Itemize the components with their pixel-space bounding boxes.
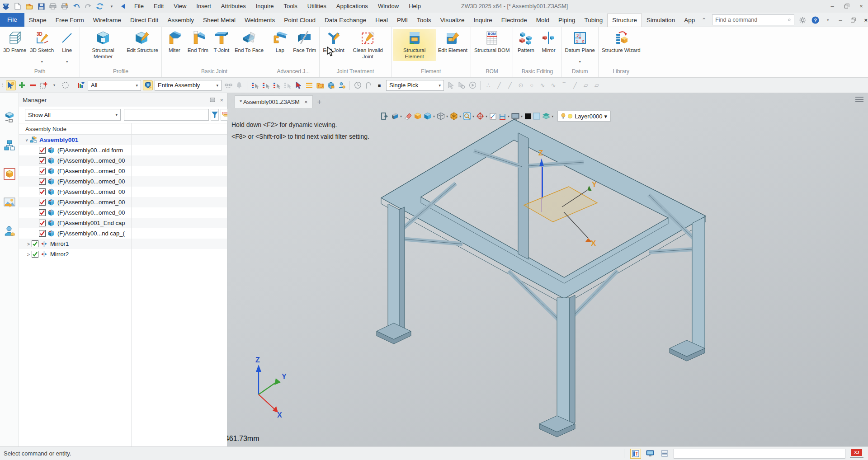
tab-point-cloud[interactable]: Point Cloud — [279, 14, 320, 27]
menu-insert[interactable]: Insert — [191, 0, 216, 13]
manager-search-input[interactable] — [124, 109, 209, 121]
edit-element-button[interactable]: Edit Element — [436, 29, 469, 61]
tree-node[interactable]: (F)Assembly0...ormed_00 — [19, 166, 227, 176]
regen-icon[interactable] — [94, 1, 105, 11]
compass-icon[interactable] — [353, 80, 363, 90]
node-checkbox[interactable] — [39, 230, 46, 237]
frame-model[interactable]: Z Y X Z Y X — [227, 108, 868, 446]
add-selection-icon[interactable] — [17, 80, 27, 90]
pattern-button[interactable]: Pattern — [514, 29, 537, 61]
close-button[interactable]: × — [857, 2, 865, 10]
pick-list-1-icon[interactable] — [250, 80, 260, 90]
folder-filter-icon[interactable] — [315, 80, 325, 90]
bell-icon[interactable] — [234, 80, 244, 90]
pick-list-3-icon[interactable] — [272, 80, 282, 90]
qa-dropdown-icon[interactable]: ▾ — [106, 1, 117, 11]
new-tab-button[interactable]: + — [313, 96, 326, 108]
undo-icon[interactable] — [71, 1, 82, 11]
edit-joint-button[interactable]: Edit Joint — [321, 29, 346, 61]
pick-cursor-icon[interactable] — [6, 80, 16, 90]
text-tool-toggle[interactable]: T — [630, 449, 641, 459]
node-checkbox[interactable] — [39, 168, 46, 174]
node-checkbox[interactable] — [39, 178, 46, 185]
node-checkbox[interactable] — [32, 251, 38, 258]
new-file-icon[interactable] — [12, 1, 23, 11]
manager-tab-visualize[interactable] — [3, 196, 16, 209]
node-checkbox[interactable] — [32, 240, 38, 247]
pick-list-4-icon[interactable] — [283, 80, 292, 90]
find-command-box[interactable] — [712, 14, 794, 25]
node-checkbox[interactable] — [39, 199, 46, 206]
tree-node[interactable]: (F)Assembly0...ormed_00 — [19, 207, 227, 218]
mirror-expander-icon[interactable]: > — [25, 241, 32, 247]
snap-endpoint-icon[interactable]: ╱ — [570, 80, 580, 90]
scope-icon[interactable] — [143, 80, 153, 90]
tab-file[interactable]: File — [0, 13, 24, 27]
clean-invalid-joint-button[interactable]: Clean Invalid Joint — [346, 29, 390, 61]
tab-structure[interactable]: Structure — [607, 14, 642, 27]
tab-pmi[interactable]: PMI — [392, 14, 412, 27]
manager-tab-assembly[interactable] — [3, 110, 16, 124]
face-trim-button[interactable]: Face Trim — [291, 29, 318, 61]
plot-icon[interactable] — [59, 1, 70, 11]
settings-gear-icon[interactable] — [798, 15, 807, 24]
doc-minimize-button[interactable]: – — [836, 15, 845, 24]
3d-sketch-button[interactable]: 3D 3D Sketch ▾ — [28, 29, 56, 65]
tab-shape[interactable]: Shape — [24, 14, 51, 27]
tree-root-node[interactable]: ∨ Assembly001 — [19, 135, 227, 145]
tab-free-form[interactable]: Free Form — [51, 14, 89, 27]
tree-node[interactable]: (F)Assembly0...ormed_00 — [19, 176, 227, 187]
document-tab[interactable]: * Assembly001.Z3ASM × — [235, 95, 313, 108]
3d-sketch-caret-icon[interactable]: ▾ — [41, 60, 43, 64]
monitor-toggle[interactable] — [645, 449, 656, 459]
open-file-icon[interactable] — [24, 1, 35, 11]
box-select-caret-icon[interactable]: ▾ — [49, 80, 59, 90]
tab-piping[interactable]: Piping — [554, 14, 580, 27]
document-toggle[interactable] — [659, 449, 670, 459]
tree-node-mirror[interactable]: > Mirror2 — [19, 249, 227, 259]
doc-close-button[interactable]: × — [861, 15, 868, 24]
status-input[interactable] — [674, 449, 845, 459]
show-filter-combo[interactable]: Show All ▾ — [25, 109, 121, 121]
3d-frame-button[interactable]: 3D Frame — [1, 29, 28, 61]
tree-node[interactable]: (F)Assembly0...ormed_00 — [19, 197, 227, 207]
lap-button[interactable]: Lap — [269, 29, 291, 61]
end-trim-button[interactable]: End Trim — [186, 29, 210, 61]
root-expander-icon[interactable]: ∨ — [24, 138, 30, 142]
snap-face2-icon[interactable]: ▱ — [592, 80, 602, 90]
tab-heal[interactable]: Heal — [371, 14, 392, 27]
pick-list-2-icon[interactable] — [261, 80, 271, 90]
tab-close-icon[interactable]: × — [304, 99, 308, 105]
tree-filter-button[interactable] — [211, 109, 219, 121]
globe-icon[interactable] — [326, 80, 336, 90]
tab-simulation[interactable]: Simulation — [642, 14, 679, 27]
tree-column-header[interactable]: Assembly Node — [19, 123, 227, 135]
menu-file[interactable]: File — [129, 0, 149, 13]
node-checkbox[interactable] — [39, 209, 46, 216]
tab-mold[interactable]: Mold — [532, 14, 554, 27]
tab-weldments[interactable]: Weldments — [240, 14, 279, 27]
remove-selection-icon[interactable] — [28, 80, 38, 90]
tab-electrode[interactable]: Electrode — [497, 14, 532, 27]
doc-restore-button[interactable] — [849, 15, 858, 24]
play-filter-icon[interactable] — [467, 80, 477, 90]
viewport[interactable]: * Assembly001.Z3ASM × + ▾ ▾ ▾ ▾ — [227, 93, 868, 446]
back-icon[interactable] — [118, 1, 129, 11]
save-icon[interactable] — [36, 1, 47, 11]
tab-tubing[interactable]: Tubing — [580, 14, 608, 27]
miter-button[interactable]: Miter — [163, 29, 186, 61]
snap-spline-icon[interactable]: ∿ — [538, 80, 547, 90]
node-checkbox[interactable] — [39, 220, 46, 226]
snap-points-icon[interactable]: ∴ — [483, 80, 493, 90]
manager-tab-history[interactable] — [3, 139, 16, 152]
node-checkbox[interactable] — [39, 188, 46, 195]
tree-node-mirror[interactable]: > Mirror1 — [19, 239, 227, 249]
manager-dock-button[interactable] — [210, 97, 215, 103]
pick-mode-combo[interactable]: Single Pick ▾ — [386, 80, 444, 91]
node-checkbox[interactable] — [39, 157, 46, 164]
filter-list-icon[interactable] — [76, 80, 86, 90]
manager-tab-user[interactable] — [3, 224, 16, 238]
lasso-select-icon[interactable] — [60, 80, 70, 90]
snap-circle-icon[interactable]: ○ — [527, 80, 537, 90]
t-joint-button[interactable]: T-Joint — [210, 29, 233, 61]
